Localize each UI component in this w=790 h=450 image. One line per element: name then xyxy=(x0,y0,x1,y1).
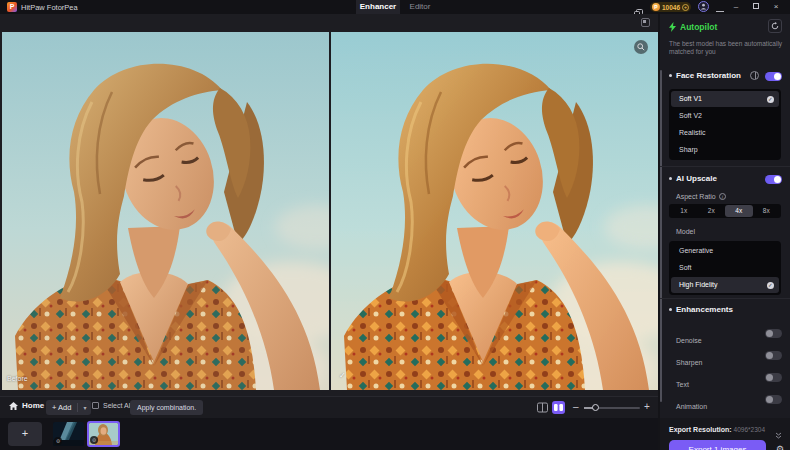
processed-check-icon: ✓ xyxy=(339,371,346,380)
portrait-photo-enhanced xyxy=(331,32,658,390)
compare-icon[interactable] xyxy=(750,71,759,80)
zoom-slider[interactable] xyxy=(584,407,640,409)
maximize-button[interactable] xyxy=(748,0,764,14)
ai-upscale-toggle[interactable] xyxy=(765,175,782,184)
sharpen-label: Sharpen xyxy=(676,359,702,366)
app-title: HitPaw FotorPea xyxy=(21,3,78,12)
ratio-2x[interactable]: 2x xyxy=(698,205,726,217)
coin-icon: P xyxy=(652,3,660,11)
model-option[interactable]: Soft xyxy=(671,260,779,276)
section-bullet xyxy=(669,74,672,77)
thumbnail-item[interactable]: ⚙ xyxy=(53,422,84,446)
face-restoration-model-list: Soft V1 ✓ Soft V2 Realistic Sharp xyxy=(669,89,781,160)
zoom-slider-knob[interactable] xyxy=(592,404,599,411)
autopilot-description: The best model has been automatically ma… xyxy=(669,40,783,56)
select-all-checkbox[interactable] xyxy=(92,402,99,409)
add-button-label[interactable]: + Add xyxy=(46,403,78,412)
autopilot-title: Autopilot xyxy=(680,22,717,32)
before-label: Before xyxy=(7,375,28,382)
text-toggle[interactable] xyxy=(765,373,782,382)
selected-check-icon: ✓ xyxy=(767,96,775,104)
home-button[interactable]: Home xyxy=(9,401,44,410)
single-split-view-icon[interactable] xyxy=(536,401,549,414)
divider xyxy=(660,166,790,167)
side-by-side-view-icon[interactable] xyxy=(552,401,565,414)
export-area: Export Resolution: 4096*2304 Export 1 im… xyxy=(660,418,790,450)
upscale-model-list: Generative Soft High Fidelity ✓ xyxy=(669,241,781,295)
divider xyxy=(660,298,790,299)
denoise-toggle[interactable] xyxy=(765,329,782,338)
resolution-expand-chevron-icon[interactable] xyxy=(775,425,782,443)
add-image-tile[interactable]: + xyxy=(8,422,42,446)
ratio-1x[interactable]: 1x xyxy=(670,205,698,217)
magnifier-badge-icon[interactable] xyxy=(634,40,648,54)
bottom-toolbar: Home + Add ▾ Select All Apply combinatio… xyxy=(0,396,658,418)
credits-count: 10046 xyxy=(662,4,680,11)
home-label: Home xyxy=(22,401,44,410)
canvas-area: Before xyxy=(0,14,658,396)
export-settings-gear-icon[interactable]: ⚙ xyxy=(776,445,784,450)
thumbnail-strip: + ⚙ ⚙ xyxy=(0,418,658,450)
model-option[interactable]: Sharp xyxy=(671,142,779,158)
ratio-4x[interactable]: 4x xyxy=(725,205,753,217)
apply-combination-button[interactable]: Apply combination. xyxy=(130,400,203,415)
account-icon[interactable] xyxy=(698,1,709,12)
model-option[interactable]: Generative xyxy=(671,243,779,259)
select-all-control[interactable]: Select All xyxy=(92,402,132,409)
face-restoration-title[interactable]: Face Restoration xyxy=(676,71,741,80)
export-button[interactable]: Export 1 images xyxy=(669,440,766,450)
model-badge-icon: ⚙ xyxy=(54,437,62,445)
zoom-out-button[interactable]: – xyxy=(573,401,579,412)
after-image[interactable]: ✓ xyxy=(331,32,658,390)
aspect-ratio-segmented: 1x 2x 4x 8x xyxy=(669,204,781,218)
thumbnail-item-selected[interactable]: ⚙ xyxy=(87,421,120,447)
minimize-button[interactable]: – xyxy=(728,0,744,14)
text-label: Text xyxy=(676,381,689,388)
add-button[interactable]: + Add ▾ xyxy=(46,400,91,415)
animation-toggle[interactable] xyxy=(765,395,782,404)
model-badge-icon: ⚙ xyxy=(90,436,98,444)
collapse-panel-icon[interactable] xyxy=(641,18,650,27)
info-icon[interactable]: i xyxy=(719,193,726,200)
credits-badge[interactable]: P 10046 + xyxy=(650,2,691,12)
model-option[interactable]: Realistic xyxy=(671,125,779,141)
titlebar: P HitPaw FotorPea Enhancer Editor P 1004… xyxy=(0,0,790,14)
tab-enhancer[interactable]: Enhancer xyxy=(356,0,400,14)
home-icon xyxy=(9,402,18,410)
sharpen-toggle[interactable] xyxy=(765,351,782,360)
panel-scrollbar[interactable] xyxy=(660,70,662,402)
add-credits-icon[interactable]: + xyxy=(682,4,689,11)
ratio-8x[interactable]: 8x xyxy=(753,205,781,217)
lightning-icon xyxy=(669,22,676,32)
close-button[interactable]: × xyxy=(768,0,784,14)
zoom-in-button[interactable]: + xyxy=(644,401,650,412)
settings-panel: Autopilot The best model has been automa… xyxy=(660,14,790,450)
selected-check-icon: ✓ xyxy=(767,282,775,290)
tab-editor[interactable]: Editor xyxy=(402,0,438,14)
ai-upscale-title[interactable]: AI Upscale xyxy=(676,174,717,183)
section-bullet xyxy=(669,308,672,311)
face-restoration-toggle[interactable] xyxy=(765,72,782,81)
select-all-label: Select All xyxy=(103,402,132,409)
section-bullet xyxy=(669,177,672,180)
export-resolution-value: 4096*2304 xyxy=(734,426,765,433)
aspect-ratio-label: Aspect Ratio xyxy=(676,193,716,200)
export-resolution-label: Export Resolution: xyxy=(669,426,732,433)
model-option[interactable]: High Fidelity ✓ xyxy=(671,277,779,293)
before-image[interactable]: Before xyxy=(2,32,329,390)
add-dropdown-chevron-icon[interactable]: ▾ xyxy=(78,404,91,411)
model-option[interactable]: Soft V2 xyxy=(671,108,779,124)
portrait-photo xyxy=(2,32,329,390)
app-window: P HitPaw FotorPea Enhancer Editor P 1004… xyxy=(0,0,790,450)
refresh-autopilot-button[interactable] xyxy=(768,19,782,33)
denoise-label: Denoise xyxy=(676,337,702,344)
model-option[interactable]: Soft V1 ✓ xyxy=(671,91,779,107)
app-logo-icon: P xyxy=(7,2,17,12)
model-label: Model xyxy=(676,228,695,235)
enhancements-title[interactable]: Enhancements xyxy=(676,305,733,314)
animation-label: Animation xyxy=(676,403,707,410)
